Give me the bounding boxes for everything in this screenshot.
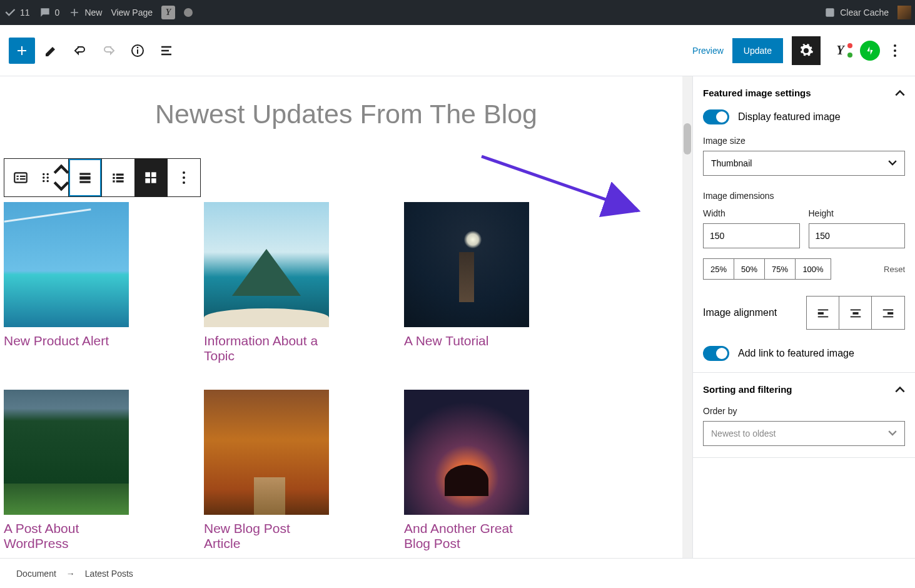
add-block-button[interactable] [9,38,35,64]
page-title[interactable]: Newest Updates From The Blog [0,76,692,158]
toggle-label: Display featured image [738,111,841,123]
preview-link[interactable]: Preview [692,46,724,56]
jetpack-icon [864,45,876,56]
post-title[interactable]: A Post About WordPress [4,521,129,551]
height-input[interactable] [809,223,906,248]
svg-rect-23 [116,180,124,182]
align-left-icon [816,306,830,320]
post-title[interactable]: Information About a Topic [204,333,329,363]
panel-toggle[interactable]: Sorting and filtering [703,384,905,395]
more-options-button[interactable] [884,44,906,57]
svg-rect-28 [817,310,828,311]
drag-icon [38,170,54,186]
block-type-button[interactable] [4,159,37,196]
post-item[interactable]: Information About a Topic [204,202,329,363]
image-size-label: Image size [703,136,905,146]
breadcrumb-current[interactable]: Latest Posts [85,569,133,579]
align-center-button[interactable] [839,297,872,329]
svg-rect-18 [113,174,114,176]
update-button[interactable]: Update [732,38,783,63]
post-thumbnail [404,202,529,327]
chevron-up-icon [895,386,905,393]
pct-50-button[interactable]: 50% [734,259,765,279]
post-title[interactable]: New Blog Post Article [204,521,329,551]
post-item[interactable]: A New Tutorial [404,202,529,363]
list-icon [159,43,174,58]
post-thumbnail [4,390,129,515]
post-item[interactable]: A Post About WordPress [4,390,129,551]
svg-rect-2 [137,49,138,54]
display-featured-toggle[interactable] [703,109,729,124]
svg-rect-4 [14,173,27,182]
post-item[interactable]: New Blog Post Article [204,390,329,551]
panel-toggle[interactable]: Featured image settings [703,88,905,98]
clear-cache-link[interactable]: Clear Cache [824,6,889,19]
post-thumbnail [204,390,329,515]
svg-rect-26 [145,178,150,183]
new-content[interactable]: New [68,6,102,19]
post-title[interactable]: And Another Great Blog Post [404,521,529,551]
notifications[interactable]: 11 [4,6,30,19]
bell-icon [4,6,16,19]
info-button[interactable] [125,38,150,63]
post-item[interactable]: New Product Alert [4,202,129,363]
align-button[interactable] [69,159,101,196]
undo-button[interactable] [68,38,93,63]
post-item[interactable]: And Another Great Blog Post [404,390,529,551]
comments-link[interactable]: 0 [39,6,60,19]
canvas-scrollbar[interactable] [682,76,692,558]
pct-100-button[interactable]: 100% [796,259,831,279]
orderby-select[interactable]: Newest to oldest [703,421,905,446]
block-more-button[interactable] [168,159,200,196]
edit-tools-button[interactable] [39,38,64,63]
image-size-select[interactable]: Thumbnail [703,151,905,176]
svg-point-14 [47,180,49,182]
posts-grid: New Product Alert Information About a To… [0,202,692,551]
move-buttons[interactable] [54,159,68,196]
svg-point-10 [47,173,49,175]
yoast-button[interactable]: Y [829,39,851,61]
post-title[interactable]: A New Tutorial [404,333,529,348]
add-link-toggle[interactable] [703,346,729,361]
admin-bar: 11 0 New View Page Y Clear Cache [0,0,915,25]
pct-25-button[interactable]: 25% [704,259,734,279]
reset-link[interactable]: Reset [884,265,905,274]
post-thumbnail [204,202,329,327]
svg-rect-33 [850,317,861,318]
settings-sidebar: Featured image settings Display featured… [692,76,915,558]
pct-75-button[interactable]: 75% [765,259,796,279]
grid-view-button[interactable] [134,159,167,196]
width-input[interactable] [703,223,800,248]
height-label: Height [809,208,906,218]
align-left-button[interactable] [807,297,839,329]
post-title[interactable]: New Product Alert [4,333,129,348]
breadcrumb-root[interactable]: Document [16,569,56,579]
svg-rect-35 [887,312,893,315]
yoast-icon[interactable]: Y [161,6,175,19]
align-center-icon [849,306,862,320]
drag-handle[interactable] [37,159,54,196]
svg-point-3 [137,46,139,48]
svg-rect-36 [883,317,894,318]
svg-rect-25 [151,172,156,177]
chevron-up-icon [895,89,905,96]
user-avatar[interactable] [897,6,911,19]
cache-icon [824,6,836,19]
pencil-icon [44,43,59,58]
grid-view-icon [143,170,159,186]
svg-rect-20 [113,177,114,179]
dimensions-label: Image dimensions [703,191,905,201]
view-page-link[interactable]: View Page [111,8,153,18]
toggle-label: Add link to featured image [738,348,854,359]
alignment-label: Image alignment [703,307,777,318]
jetpack-button[interactable] [860,41,880,61]
featured-image-panel: Featured image settings Display featured… [693,76,915,373]
settings-button[interactable] [792,36,821,65]
redo-button[interactable] [96,38,121,63]
align-right-button[interactable] [872,297,904,329]
list-view-button[interactable] [102,159,134,196]
outline-button[interactable] [154,38,179,63]
chevron-down-icon [888,160,897,166]
editor-canvas[interactable]: Newest Updates From The Blog [0,76,692,558]
svg-point-9 [43,173,44,175]
